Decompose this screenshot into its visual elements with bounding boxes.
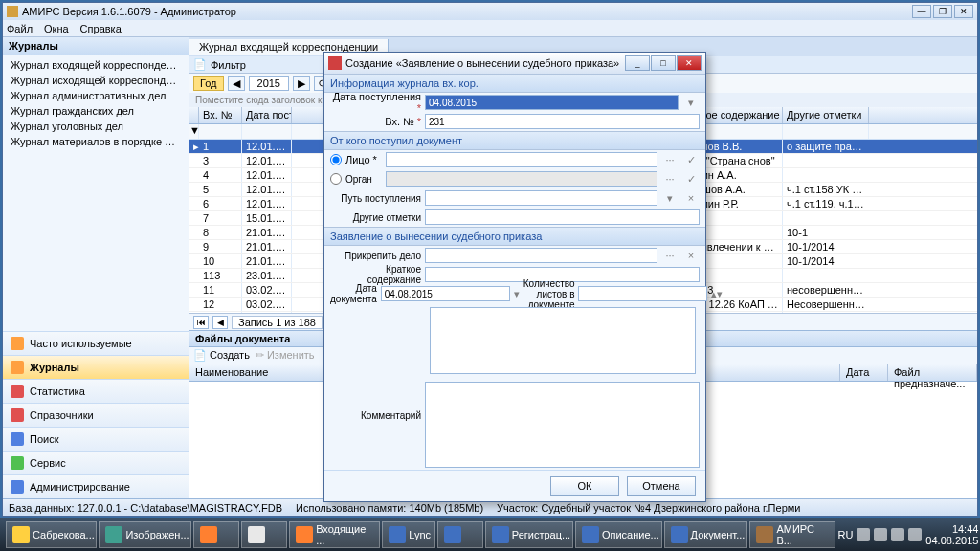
sidebar-section[interactable]: Журналы: [3, 355, 189, 379]
year-prev-button[interactable]: ◀: [228, 76, 245, 91]
section-icon: [11, 408, 24, 422]
cancel-button[interactable]: Отмена: [627, 476, 696, 496]
section-label: Часто используемые: [30, 338, 132, 349]
files-col-date[interactable]: Дата: [840, 364, 888, 381]
taskbar-item[interactable]: Регистрац...: [485, 521, 573, 548]
tray-icon[interactable]: [874, 528, 887, 541]
dialog-titlebar[interactable]: Создание «Заявление о вынесении судебног…: [324, 53, 705, 74]
taskbar-item[interactable]: [437, 521, 483, 548]
date-in-dropdown-icon[interactable]: ▾: [682, 97, 700, 109]
section-icon: [11, 337, 24, 350]
files-col-purpose[interactable]: Файл предназначе...: [888, 364, 977, 381]
sidebar-section[interactable]: Администрирование: [3, 474, 189, 498]
dialog-icon: [328, 56, 342, 70]
files-edit[interactable]: ✏ Изменить: [256, 349, 315, 362]
clock[interactable]: 14:44 04.08.2015: [925, 523, 978, 546]
taskbar-item[interactable]: Документ...: [664, 521, 748, 548]
sidebar-section[interactable]: Справочники: [3, 403, 189, 427]
dialog-minimize[interactable]: _: [625, 55, 650, 71]
files-create[interactable]: 📄 Создать: [193, 349, 250, 362]
path-input[interactable]: [425, 190, 657, 206]
close-button[interactable]: ✕: [954, 5, 973, 18]
docdate-label: Дата документа: [330, 283, 377, 304]
taskbar-item[interactable]: Изображен...: [99, 521, 191, 548]
year-value[interactable]: 2015: [249, 76, 289, 91]
person-more-icon[interactable]: ···: [661, 154, 679, 165]
tray-icon[interactable]: [908, 528, 922, 541]
attach-input[interactable]: [425, 248, 657, 263]
col-date[interactable]: Дата поступл: [242, 107, 292, 123]
taskbar-item[interactable]: Lync: [382, 521, 435, 548]
organ-dropdown-icon[interactable]: ···: [661, 173, 679, 185]
nav-first[interactable]: ⏮: [193, 316, 209, 329]
section-label: Поиск: [30, 433, 58, 445]
vx-input[interactable]: [425, 114, 700, 129]
docdate-dropdown-icon[interactable]: ▾: [514, 288, 520, 300]
lang-indicator[interactable]: RU: [837, 529, 853, 540]
sidebar-item[interactable]: Журнал административных дел: [3, 88, 189, 103]
path-dropdown-icon[interactable]: ▾: [661, 192, 679, 205]
tray-icon[interactable]: [891, 528, 904, 541]
content-textarea[interactable]: [430, 307, 696, 374]
app-icon: [248, 526, 265, 543]
section-label: Справочники: [30, 409, 94, 421]
sheets-input[interactable]: [578, 286, 707, 301]
sidebar-item[interactable]: Журнал исходящей корреспонденции: [3, 73, 189, 88]
year-next-button[interactable]: ▶: [293, 76, 310, 91]
sidebar-section[interactable]: Статистика: [3, 379, 189, 403]
taskbar-item[interactable]: [193, 521, 239, 548]
organ-check-icon[interactable]: ✓: [682, 173, 700, 186]
section-label: Статистика: [30, 386, 85, 397]
nav-prev[interactable]: ◀: [212, 316, 228, 329]
radio-organ[interactable]: [330, 173, 342, 185]
taskbar-item[interactable]: [241, 521, 287, 548]
taskbar-item[interactable]: Входящие ...: [289, 521, 380, 548]
date-in-input[interactable]: [425, 95, 679, 110]
person-input[interactable]: [386, 152, 657, 167]
sidebar-item[interactable]: Журнал входящей корреспонденции: [3, 57, 189, 73]
record-info: Запись 1 из 188: [232, 316, 323, 329]
sidebar-item[interactable]: Журнал материалов в порядке исполнения р…: [3, 134, 189, 149]
other-input[interactable]: [425, 209, 700, 225]
other-label: Другие отметки: [330, 212, 421, 223]
restore-button[interactable]: ❐: [933, 5, 952, 18]
status-db: База данных: 127.0.0.1 - C:\database\MAG…: [9, 502, 282, 514]
person-check-icon[interactable]: ✓: [682, 154, 700, 166]
sidebar-section[interactable]: Часто используемые: [3, 331, 189, 355]
dialog-maximize[interactable]: □: [651, 55, 676, 71]
dialog-close[interactable]: ✕: [677, 55, 702, 71]
col-vx[interactable]: Вх. №: [199, 107, 242, 123]
radio-person[interactable]: [330, 154, 342, 165]
menu-help[interactable]: Справка: [80, 23, 122, 34]
dialog-create-statement: Создание «Заявление о вынесении судебног…: [323, 52, 706, 502]
taskbar-item[interactable]: Сабрекова...: [6, 521, 97, 548]
ok-button[interactable]: ОК: [550, 476, 619, 496]
minimize-button[interactable]: —: [912, 5, 931, 18]
organ-input: [386, 171, 657, 187]
tray-icon[interactable]: [857, 528, 870, 541]
app-icon: [200, 526, 217, 543]
sheets-spinner-icon[interactable]: ▴▾: [711, 288, 723, 300]
menu-file[interactable]: Файл: [7, 23, 33, 34]
sidebar-header[interactable]: Журналы: [3, 37, 189, 55]
section-icon: [11, 385, 24, 398]
filter-label[interactable]: Фильтр: [211, 59, 246, 71]
docdate-input[interactable]: [381, 286, 510, 301]
col-other[interactable]: Другие отметки: [783, 107, 869, 123]
attach-clear-icon[interactable]: ×: [682, 250, 700, 261]
filter-icon[interactable]: 📄: [193, 58, 207, 71]
sidebar-section[interactable]: Поиск: [3, 427, 189, 451]
sidebar-item[interactable]: Журнал уголовных дел: [3, 119, 189, 134]
attach-browse-icon[interactable]: ···: [661, 250, 679, 261]
dialog-title: Создание «Заявление о вынесении судебног…: [345, 57, 625, 69]
comment-textarea[interactable]: [425, 382, 700, 468]
app-icon: [492, 526, 509, 543]
dlg-group-statement: Заявление о вынесении судебного приказа: [324, 227, 705, 246]
path-clear-icon[interactable]: ×: [682, 192, 700, 204]
app-icon: [12, 526, 30, 543]
sidebar-section[interactable]: Сервис: [3, 451, 189, 474]
sidebar-item[interactable]: Журнал гражданских дел: [3, 103, 189, 119]
taskbar-item[interactable]: Описание...: [575, 521, 662, 548]
menu-windows[interactable]: Окна: [44, 23, 69, 34]
taskbar-item[interactable]: АМИРС В...: [749, 521, 835, 548]
